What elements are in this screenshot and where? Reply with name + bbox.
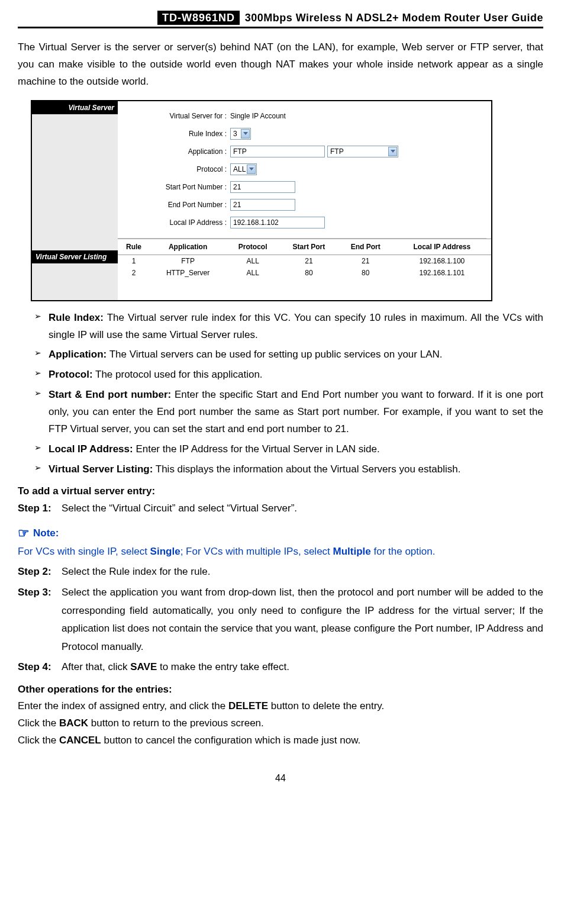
note-body: For VCs with single IP, select Single; F… — [18, 543, 543, 559]
table-header: Application — [150, 239, 226, 255]
virtual-server-listing-table: RuleApplicationProtocolStart PortEnd Por… — [118, 239, 491, 279]
sidebar-heading-2: Virtual Server Listing — [32, 250, 118, 263]
model-badge: TD-W8961ND — [157, 11, 240, 25]
other-op-line: Enter the index of assigned entry, and c… — [18, 698, 543, 715]
step-item: Step 2:Select the Rule index for the rul… — [18, 563, 543, 581]
definition-item: Protocol: The protocol used for this app… — [34, 366, 543, 384]
label-rule-index: Rule Index : — [118, 130, 230, 138]
pointing-hand-icon: ☞ — [18, 526, 30, 540]
start-port-input[interactable]: 21 — [230, 181, 295, 193]
virtual-server-screenshot: Virtual Server Virtual Server Listing Vi… — [31, 100, 492, 301]
chevron-down-icon — [388, 147, 397, 156]
application-input[interactable]: FTP — [230, 146, 325, 157]
table-header: End Port — [338, 239, 393, 255]
definition-item: Application: The Virtual servers can be … — [34, 346, 543, 363]
step-item: Step 1:Select the “Virtual Circuit” and … — [18, 500, 543, 518]
definition-item: Rule Index: The Virtual server rule inde… — [34, 310, 543, 344]
other-operations-heading: Other operations for the entries: — [18, 684, 543, 696]
table-header: Protocol — [226, 239, 279, 255]
document-title: 300Mbps Wireless N ADSL2+ Modem Router U… — [245, 12, 543, 24]
chevron-down-icon — [241, 129, 250, 139]
table-header: Rule — [118, 239, 150, 255]
table-header: Start Port — [279, 239, 338, 255]
note-heading: ☞Note: — [18, 526, 543, 541]
rule-index-select[interactable]: 3 — [230, 128, 251, 140]
chevron-down-icon — [247, 165, 256, 174]
protocol-select[interactable]: ALL — [230, 163, 257, 175]
definition-item: Start & End port number: Enter the speci… — [34, 387, 543, 438]
label-start-port: Start Port Number : — [118, 183, 230, 191]
table-header: Local IP Address — [393, 239, 491, 255]
page-number: 44 — [18, 773, 543, 784]
local-ip-input[interactable]: 192.168.1.102 — [230, 217, 325, 228]
label-application: Application : — [118, 147, 230, 156]
end-port-input[interactable]: 21 — [230, 199, 295, 211]
definition-list: Rule Index: The Virtual server rule inde… — [18, 310, 543, 478]
step-item: Step 4:After that, click SAVE to make th… — [18, 658, 543, 677]
label-end-port: End Port Number : — [118, 201, 230, 209]
other-op-line: Click the CANCEL button to cancel the co… — [18, 732, 543, 749]
value-vs-for: Single IP Account — [230, 112, 286, 120]
sidebar-heading-1: Virtual Server — [32, 101, 118, 114]
label-vs-for: Virtual Server for : — [118, 112, 230, 120]
application-select[interactable]: FTP — [327, 146, 398, 157]
other-op-line: Click the BACK button to return to the p… — [18, 715, 543, 732]
label-local-ip: Local IP Address : — [118, 218, 230, 227]
intro-paragraph: The Virtual Server is the server or serv… — [18, 39, 543, 91]
add-entry-heading: To add a virtual server entry: — [18, 485, 543, 497]
step-item: Step 3:Select the application you want f… — [18, 584, 543, 656]
label-protocol: Protocol : — [118, 165, 230, 173]
table-row: 2HTTP_ServerALL8080192.168.1.101 — [118, 267, 491, 279]
document-header: TD-W8961ND 300Mbps Wireless N ADSL2+ Mod… — [18, 12, 543, 28]
definition-item: Virtual Server Listing: This displays th… — [34, 461, 543, 478]
definition-item: Local IP Address: Enter the IP Address f… — [34, 441, 543, 458]
table-row: 1FTPALL2121192.168.1.100 — [118, 255, 491, 267]
